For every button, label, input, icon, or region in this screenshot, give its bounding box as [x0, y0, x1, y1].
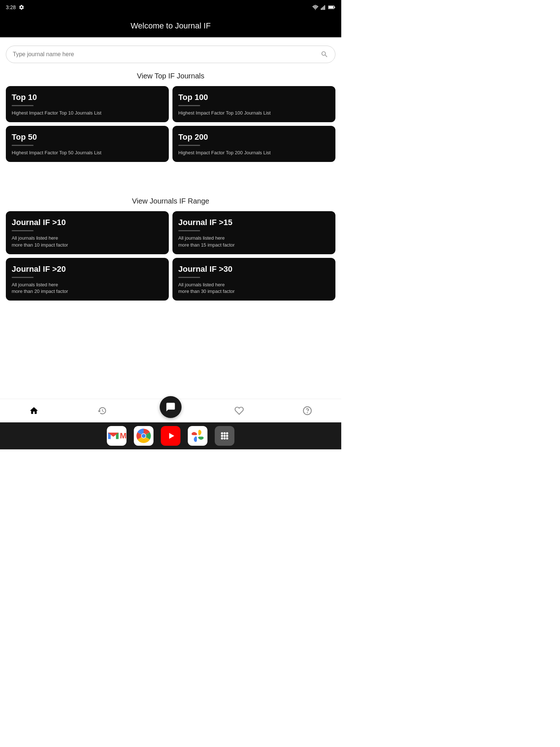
svg-point-32 — [223, 437, 226, 440]
svg-rect-4 — [324, 5, 325, 10]
app-header: Welcome to Journal IF — [0, 15, 341, 37]
status-left: 3:28 — [6, 4, 24, 10]
nav-history[interactable] — [92, 405, 113, 417]
top50-divider — [12, 145, 34, 146]
svg-point-20 — [142, 434, 146, 438]
drawer-icon-svg — [217, 429, 232, 443]
svg-rect-6 — [328, 6, 333, 8]
search-icon — [320, 50, 328, 58]
search-container — [6, 46, 335, 63]
svg-point-33 — [226, 437, 228, 440]
svg-point-30 — [226, 435, 228, 437]
top10-desc: Highest Impact Factor Top 10 Journals Li… — [12, 110, 163, 116]
svg-point-0 — [315, 9, 316, 10]
bottom-nav — [0, 399, 341, 422]
svg-point-28 — [221, 435, 223, 437]
chat-icon — [166, 402, 176, 412]
top200-title: Top 200 — [178, 132, 330, 142]
home-icon — [29, 406, 39, 415]
svg-point-23 — [196, 434, 199, 437]
gmail-label: M — [120, 431, 127, 441]
top50-card[interactable]: Top 50 Highest Impact Factor Top 50 Jour… — [6, 126, 169, 162]
top-journals-title: View Top IF Journals — [6, 72, 335, 80]
if30-divider — [178, 277, 200, 278]
if30-title: Journal IF >30 — [178, 264, 330, 274]
range-section: View Journals IF Range Journal IF >10 Al… — [6, 197, 335, 301]
app-title: Welcome to Journal IF — [131, 21, 211, 30]
signal-icon — [321, 5, 326, 10]
if15-divider — [178, 230, 200, 231]
if20-card[interactable]: Journal IF >20 All journals listed here … — [6, 258, 169, 301]
if15-line1: All journals listed here — [178, 235, 225, 241]
range-cards-grid: Journal IF >10 All journals listed here … — [6, 211, 335, 301]
battery-icon — [328, 5, 335, 10]
if10-title: Journal IF >10 — [12, 218, 163, 227]
top10-divider — [12, 105, 34, 106]
if15-desc: All journals listed here more than 15 im… — [178, 235, 330, 248]
wifi-icon — [312, 5, 319, 10]
if30-line1: All journals listed here — [178, 282, 225, 287]
youtube-icon-svg — [163, 429, 178, 443]
svg-rect-7 — [334, 7, 335, 8]
if10-line2: more than 10 impact factor — [12, 242, 68, 248]
chrome-icon-svg — [136, 429, 151, 443]
top100-divider — [178, 105, 200, 106]
if20-title: Journal IF >20 — [12, 264, 163, 274]
if10-desc: All journals listed here more than 10 im… — [12, 235, 163, 248]
top200-divider — [178, 145, 200, 146]
top-journals-section: View Top IF Journals Top 10 Highest Impa… — [6, 72, 335, 162]
if20-line2: more than 20 impact factor — [12, 289, 68, 294]
if30-desc: All journals listed here more than 30 im… — [178, 282, 330, 295]
svg-rect-3 — [323, 6, 324, 10]
if20-line1: All journals listed here — [12, 282, 58, 287]
top50-desc: Highest Impact Factor Top 50 Journals Li… — [12, 150, 163, 156]
if15-card[interactable]: Journal IF >15 All journals listed here … — [172, 211, 335, 254]
photos-app[interactable] — [188, 426, 207, 446]
nav-favorites[interactable] — [229, 405, 250, 417]
search-input[interactable] — [13, 51, 320, 58]
top50-title: Top 50 — [12, 132, 163, 142]
top100-card[interactable]: Top 100 Highest Impact Factor Top 100 Jo… — [172, 86, 335, 122]
svg-point-31 — [221, 437, 223, 440]
heart-icon — [234, 406, 244, 415]
search-box[interactable] — [6, 46, 335, 63]
main-content: View Top IF Journals Top 10 Highest Impa… — [0, 38, 341, 399]
history-icon — [97, 406, 107, 415]
nav-help[interactable] — [297, 405, 318, 417]
svg-point-29 — [223, 435, 226, 437]
if15-title: Journal IF >15 — [178, 218, 330, 227]
nav-chat-button[interactable] — [160, 396, 182, 418]
range-section-title: View Journals IF Range — [6, 197, 335, 205]
top10-title: Top 10 — [12, 93, 163, 102]
if10-card[interactable]: Journal IF >10 All journals listed here … — [6, 211, 169, 254]
nav-home[interactable] — [23, 405, 44, 417]
if20-desc: All journals listed here more than 20 im… — [12, 282, 163, 295]
status-bar: 3:28 — [0, 0, 341, 15]
app-drawer[interactable] — [215, 426, 234, 446]
svg-point-26 — [223, 432, 226, 434]
youtube-app[interactable] — [161, 426, 180, 446]
if20-divider — [12, 277, 34, 278]
if10-line1: All journals listed here — [12, 235, 58, 241]
chrome-app[interactable] — [134, 426, 153, 446]
photos-icon-svg — [190, 429, 205, 443]
if30-card[interactable]: Journal IF >30 All journals listed here … — [172, 258, 335, 301]
svg-point-25 — [221, 432, 223, 434]
if15-line2: more than 15 impact factor — [178, 242, 235, 248]
svg-rect-1 — [321, 8, 322, 10]
section-spacer — [6, 168, 335, 182]
top200-card[interactable]: Top 200 Highest Impact Factor Top 200 Jo… — [172, 126, 335, 162]
gmail-app[interactable]: M — [107, 426, 127, 446]
settings-icon — [19, 4, 24, 10]
status-right — [312, 5, 335, 10]
svg-rect-2 — [322, 7, 323, 10]
top-journals-grid: Top 10 Highest Impact Factor Top 10 Jour… — [6, 86, 335, 162]
svg-point-27 — [226, 432, 228, 434]
if10-divider — [12, 230, 34, 231]
top10-card[interactable]: Top 10 Highest Impact Factor Top 10 Jour… — [6, 86, 169, 122]
top100-desc: Highest Impact Factor Top 100 Journals L… — [178, 110, 330, 116]
top100-title: Top 100 — [178, 93, 330, 102]
top200-desc: Highest Impact Factor Top 200 Journals L… — [178, 150, 330, 156]
bottom-spacer — [6, 306, 335, 379]
gmail-icon-svg — [107, 431, 120, 441]
